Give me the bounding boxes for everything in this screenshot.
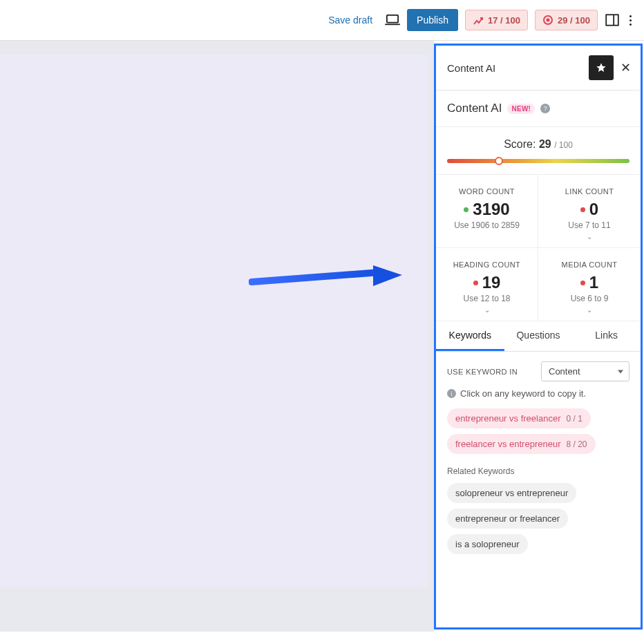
keyword-chip[interactable]: freelancer vs entrepreneur 8 / 20 xyxy=(447,434,596,454)
panel-tabs: Keywords Questions Links xyxy=(436,321,641,352)
chart-icon xyxy=(473,15,484,26)
ai-score-text: 29 / 100 xyxy=(558,15,590,26)
primary-keyword-chips: entrepreneur vs freelancer 0 / 1 freelan… xyxy=(447,408,629,454)
related-keyword-chips: solopreneur vs entrepreneur entrepreneur… xyxy=(447,483,629,554)
doc-title: What's (+ t for xyxy=(0,96,401,290)
stat-word-count[interactable]: WORD COUNT 3190 Use 1906 to 2859 xyxy=(436,175,538,248)
more-menu-button[interactable] xyxy=(627,12,634,28)
keywords-section: USE KEYWORD IN Content i Click on any ke… xyxy=(436,352,641,558)
ai-score-pill[interactable]: 29 / 100 xyxy=(535,10,598,30)
score-max: / 100 xyxy=(554,140,573,150)
stat-heading-count[interactable]: HEADING COUNT 19 Use 12 to 18 ⌄ xyxy=(436,248,538,321)
star-icon xyxy=(596,62,607,73)
related-keyword-chip[interactable]: solopreneur vs entrepreneur xyxy=(447,483,576,503)
status-dot xyxy=(473,281,478,285)
score-section: Score: 29 / 100 xyxy=(436,127,641,175)
chevron-down-icon: ⌄ xyxy=(545,306,634,314)
panel-title: Content AI xyxy=(447,62,495,74)
editor-canvas: What's (+ t for er a little bit of resea… xyxy=(0,41,434,632)
editor-toolbar: Save draft Publish 17 / 100 29 / 100 xyxy=(0,0,644,41)
related-keyword-chip[interactable]: is a solopreneur xyxy=(447,534,528,554)
keyword-location-select[interactable]: Content xyxy=(541,361,629,381)
preview-icon[interactable] xyxy=(385,14,400,26)
tab-questions[interactable]: Questions xyxy=(504,321,573,351)
panel-header: Content AI ✕ xyxy=(436,46,641,91)
doc-body-blur: er a little bit of research, youic optio… xyxy=(0,407,401,529)
info-icon: i xyxy=(447,389,456,398)
score-bar xyxy=(447,159,629,163)
keyword-info: i Click on any keyword to copy it. xyxy=(447,388,629,399)
score-value: 29 xyxy=(539,138,551,150)
sidebar-toggle-icon[interactable] xyxy=(605,12,620,28)
ai-section-header: Content AI NEW! ? xyxy=(436,91,641,127)
use-keyword-label: USE KEYWORD IN xyxy=(447,368,518,376)
ai-name: Content AI xyxy=(447,102,502,115)
status-dot xyxy=(580,207,585,212)
status-dot xyxy=(464,207,468,212)
keyword-chip[interactable]: entrepreneur vs freelancer 0 / 1 xyxy=(447,408,591,428)
close-panel-button[interactable]: ✕ xyxy=(621,60,631,75)
svg-point-3 xyxy=(547,19,550,22)
stats-grid: WORD COUNT 3190 Use 1906 to 2859 LINK CO… xyxy=(436,175,641,321)
tab-links[interactable]: Links xyxy=(572,321,641,351)
related-keyword-chip[interactable]: entrepreneur or freelancer xyxy=(447,509,568,529)
seo-score-pill[interactable]: 17 / 100 xyxy=(465,10,528,30)
save-draft-button[interactable]: Save draft xyxy=(323,10,378,30)
document-preview: What's (+ t for er a little bit of resea… xyxy=(0,55,428,587)
stat-link-count[interactable]: LINK COUNT 0 Use 7 to 11 ⌄ xyxy=(538,175,641,248)
favorite-button[interactable] xyxy=(589,55,614,80)
tab-keywords[interactable]: Keywords xyxy=(436,321,504,351)
chevron-down-icon: ⌄ xyxy=(545,233,634,240)
score-label: Score: xyxy=(504,138,536,150)
chevron-down-icon: ⌄ xyxy=(443,306,531,314)
svg-rect-0 xyxy=(387,15,398,23)
content-ai-panel: Content AI ✕ Content AI NEW! ? Score: 29… xyxy=(434,44,643,629)
svg-rect-4 xyxy=(606,15,618,25)
new-badge: NEW! xyxy=(507,104,535,114)
score-marker xyxy=(495,157,503,165)
stat-media-count[interactable]: MEDIA COUNT 1 Use 6 to 9 ⌄ xyxy=(538,248,641,321)
publish-button[interactable]: Publish xyxy=(407,9,458,31)
status-dot xyxy=(580,281,585,285)
help-icon[interactable]: ? xyxy=(540,104,550,113)
target-icon xyxy=(542,15,553,26)
seo-score-text: 17 / 100 xyxy=(488,15,520,26)
related-keywords-header: Related Keywords xyxy=(447,466,629,476)
